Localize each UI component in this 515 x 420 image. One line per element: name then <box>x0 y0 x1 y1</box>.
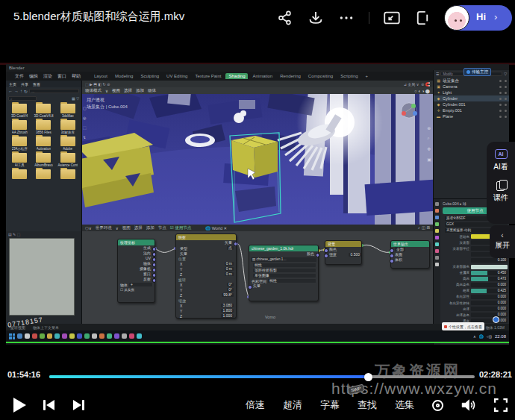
speed-button[interactable]: 倍速 <box>246 398 265 412</box>
property-label: 各向异性 <box>443 295 469 298</box>
editor-header-icons: ⌕ ◫ ⊞ <box>418 225 430 231</box>
chevron-left-icon: ‹ <box>501 233 503 239</box>
folder-icon <box>12 153 27 163</box>
property-control: 0.000 <box>471 283 508 287</box>
download-icon[interactable] <box>308 10 324 26</box>
folder-label: 3856 Files <box>36 131 52 134</box>
property-value: 0.450 <box>498 271 506 275</box>
property-value: 0.000 <box>498 313 506 317</box>
node-field-row: 缩放 <box>176 298 236 303</box>
node-title: chinese_garden_1.0k.hdr <box>249 245 318 251</box>
folder-label: 234小程序 <box>12 147 28 151</box>
expand-tab[interactable]: ‹ 展开 <box>490 225 515 258</box>
node-field-row: 线性 <box>249 263 318 268</box>
folder-label: AA Zbrush <box>12 131 28 134</box>
volume-icon[interactable] <box>461 398 476 412</box>
outliner-item: ◆ Cylinder.001 <box>434 101 509 107</box>
node-title: 映射 <box>176 234 236 240</box>
property-row: 高光 0.473 <box>443 276 508 282</box>
quality-button[interactable]: 超清 <box>283 398 302 412</box>
pip-icon[interactable] <box>384 10 400 26</box>
fullscreen-icon[interactable] <box>494 398 508 412</box>
blender-menu-item: 窗口 <box>57 73 66 80</box>
taskbar-app-icon <box>54 333 60 339</box>
slider-fill <box>471 289 487 293</box>
property-row: 光泽 0.000 <box>443 306 508 312</box>
render-toggle-icon <box>505 80 507 82</box>
node-output-socket: 摄像机 <box>118 266 154 272</box>
object-picker-row: 物体 ⌖ <box>118 282 154 287</box>
folder-grid: 3D-CoatV4 3D-CoatV4.8 3dsMax AA Zbrush 3… <box>6 102 81 180</box>
explorer-search-input: ⌕ <box>8 96 37 101</box>
account-pill[interactable]: Hi › <box>445 5 512 31</box>
chevron-right-icon: › <box>494 11 497 22</box>
property-value: 0.000 <box>498 283 506 287</box>
dropdown-chevron: ∨ <box>105 89 108 93</box>
property-label: 次表面颜色 <box>443 265 469 269</box>
side-tools-panel: AI AI看 课件 <box>487 142 515 224</box>
blender-menu-item: 文件 <box>15 73 24 80</box>
shader-menus: 视图选择添加节点 <box>122 225 166 231</box>
up-icon: ↑ <box>20 89 22 93</box>
folder-label: AI工具 <box>15 163 25 167</box>
node-field-row: Z 0 m <box>176 272 236 277</box>
property-control: 0.473 <box>471 277 508 281</box>
scene-image <box>82 94 433 225</box>
property-row: 0.100 <box>443 257 508 263</box>
property-label: 糙度 <box>443 289 469 292</box>
episodes-button[interactable]: 选集 <box>395 398 414 412</box>
visibility-toggle-icon <box>499 80 502 82</box>
node-field-row: Y 0 m <box>176 266 236 272</box>
file-explorer: 主页共享查看 ← → ↑ ↻ … ⌕ ▦ ▽ 3D-CoatV4 3D-Coat… <box>6 81 82 231</box>
outliner-item: ▬ Plane <box>434 113 509 119</box>
tray-blue-badge-icon <box>493 316 499 323</box>
tray-chevron-icon: ∧ <box>473 334 476 339</box>
more-icon[interactable] <box>338 10 355 26</box>
outliner-item-icon: ▣ <box>436 84 441 89</box>
node-field-row: X 0° <box>176 282 236 287</box>
outliner-item-label: 场景集合 <box>443 78 496 84</box>
next-episode-button[interactable] <box>73 400 84 410</box>
progress-bar[interactable] <box>49 375 475 378</box>
folder-item <box>7 169 31 180</box>
share-icon[interactable] <box>277 10 293 26</box>
node-input-socket: 表面 <box>391 252 429 257</box>
mini-player-icon[interactable] <box>414 10 431 26</box>
prev-episode-button[interactable] <box>43 400 54 410</box>
shader-menu-item: 选择 <box>134 225 143 231</box>
play-button[interactable] <box>13 398 26 413</box>
node-field-row: Z 1.000 <box>176 313 236 319</box>
ai-watch-button[interactable]: AI看 <box>493 162 508 172</box>
property-label: 各向异性旋转 <box>443 301 469 305</box>
node-field-row: 旋转 <box>176 277 236 282</box>
progress-knob[interactable] <box>364 373 372 381</box>
folder-label: 3dsMax <box>62 114 74 118</box>
properties-tab-icons <box>434 199 440 345</box>
render-toggle-icon <box>505 92 507 94</box>
tooltip-text: 个性设置，点击查看 <box>449 325 482 329</box>
courseware-button[interactable]: 课件 <box>493 192 508 203</box>
node-field-row: X 3.080 <box>176 303 236 308</box>
outliner-item-icon: ✛ <box>436 108 441 113</box>
search-button[interactable]: 查找 <box>358 398 377 412</box>
subtitle-button[interactable]: 字幕 <box>320 398 340 412</box>
taskbar-tray: ∧ 🌐 ◁)) 22:08 <box>473 334 506 339</box>
node-canvas: 纹理坐标 生成法向UV物体摄像机窗口反射 物体 ⌖ ☐ 从实例 映射 矢量 <box>82 231 433 324</box>
folder-item: 3dsMax <box>56 104 80 118</box>
workspace-tab: + <box>363 73 372 79</box>
background-rows: 颜色 强度 0.500 <box>325 247 361 257</box>
property-row: 各向异性 0.000 <box>443 294 508 300</box>
statusbar-stats: 物体 1.03M <box>486 325 505 330</box>
shader-type-dropdown: 世界环境 <box>96 225 112 231</box>
folder-icon <box>36 137 51 146</box>
collection-label: 场景集合 | Cube.004 <box>87 104 128 110</box>
explorer-ribbon-tab: 主页 <box>9 82 16 87</box>
explorer-ribbon-tab: 共享 <box>21 82 28 87</box>
taskbar-app-icon <box>17 333 22 339</box>
folder-item: 234小程序 <box>7 137 31 151</box>
taskbar-app-icon <box>25 333 30 339</box>
record-icon[interactable] <box>432 400 443 411</box>
blender-menu-item: 渲染 <box>43 73 52 80</box>
outliner-item-label: Light <box>443 90 496 95</box>
video-frame[interactable]: Blender 文件编辑渲染窗口帮助 LayoutModelingSculpti… <box>6 64 509 345</box>
